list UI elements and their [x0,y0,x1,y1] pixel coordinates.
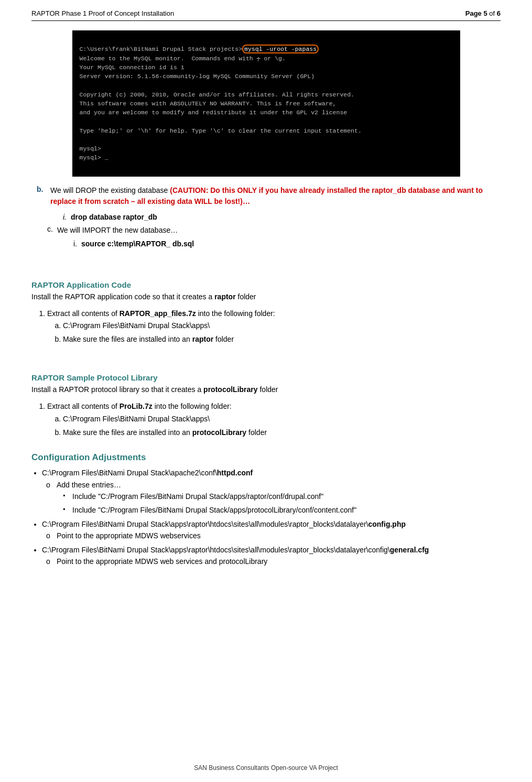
raptor-app-sub-list: C:\Program Files\BitNami Drupal Stack\ap… [63,320,501,346]
list-item-b: b. We will DROP the existing database (C… [37,185,501,207]
prolib-sub-b: Make sure the files are installed into a… [63,427,501,439]
raptor-sample-intro-after: folder [258,385,278,394]
terminal-line13: mysql> _ [80,154,108,161]
header-page: Page 5 of 6 [465,9,501,17]
prolib-sub-a: C:\Program Files\BitNami Drupal Stack\ap… [63,413,501,426]
raptor-app-code-section: RAPTOR Application Code Install the RAPT… [31,280,501,346]
prolib-filename: ProLib.7z [120,402,153,410]
sub-i-c-text: source c:\temp\RAPTOR_ db.sql [81,238,194,249]
extract-text-before: Extract all contents of [47,309,120,318]
list-b-text-before: We will DROP the existing database [50,186,170,194]
config-item-2-sub-a: Point to the appropriate MDWS webservice… [57,530,501,541]
raptor-app-code-intro-bold: raptor [214,292,235,301]
list-item-c: c. We will IMPORT the new database… [47,225,501,236]
prolib-sub-b-bold: protocolLibrary [192,428,246,437]
terminal-line8: and you are welcome to modify and redist… [80,109,348,116]
extract-filename: RAPTOR_app_files.7z [120,309,196,318]
terminal-line7: This software comes with ABSOLUTELY NO W… [80,100,336,107]
sub-list-i-b: i. drop database raptor_db [63,211,501,223]
config-item-3-sub: Point to the appropriate MDWS web servic… [57,556,501,567]
config-item-3-sub-a: Point to the appropriate MDWS web servic… [57,556,501,567]
config-list: C:\Program Files\BitNami Drupal Stack\ap… [42,467,501,567]
terminal-line4: Server version: 5.1.56-community-log MyS… [80,73,315,80]
page-current: 5 [483,9,487,17]
raptor-app-code-intro-after: folder [236,292,256,301]
config-item-3-before: C:\Program Files\BitNami Drupal Stack\ap… [42,546,390,554]
config-item-1-sub: Add these entries… Include "C:/Program F… [57,479,501,516]
sub-i-c-item: i. source c:\temp\RAPTOR_ db.sql [73,238,501,249]
terminal-line3: Your MySQL connection id is 1 [80,64,184,71]
terminal-block: C:\Users\frank\BitNami Drupal Stack proj… [72,30,460,177]
list-c-text: We will IMPORT the new database… [57,225,178,236]
footer-text: SAN Business Consultants Open-source VA … [194,764,338,772]
sub-i-b-item: i. drop database raptor_db [63,211,501,223]
extract-text-after: into the following folder: [196,309,275,318]
raptor-sample-section: RAPTOR Sample Protocol Library Install a… [31,373,501,439]
raptor-sample-list: Extract all contents of ProLib.7z into t… [47,400,501,439]
prolib-text-after: into the following folder: [153,402,232,410]
raptor-sample-title: RAPTOR Sample Protocol Library [31,373,501,382]
raptor-sample-title-text: RAPTOR Sample Protocol Library [31,373,158,382]
list-b-text: We will DROP the existing database (CAUT… [50,185,501,207]
config-item-2-sub: Point to the appropriate MDWS webservice… [57,530,501,541]
page-footer: SAN Business Consultants Open-source VA … [0,764,532,772]
raptor-app-sub-b-bold: raptor [192,335,213,343]
list-c-label: c. [47,225,53,236]
terminal-line6: Copyright (c) 2000, 2010, Oracle and/or … [80,91,355,98]
terminal-line2: Welcome to the MySQL monitor. Commands e… [80,55,286,62]
config-item-1-subsub-1: Include "C:/Program Files/BitNami Drupal… [72,491,501,502]
terminal-line1: C:\Users\frank\BitNami Drupal Stack proj… [80,45,319,53]
raptor-app-code-title: RAPTOR Application Code [31,280,501,289]
raptor-app-code-intro-before: Install the RAPTOR application code so t… [31,292,214,301]
config-item-1-before: C:\Program Files\BitNami Drupal Stack\ap… [42,469,217,477]
raptor-app-sub-b: Make sure the files are installed into a… [63,333,501,346]
config-item-1-sub-a: Add these entries… Include "C:/Program F… [57,479,501,516]
sub-i-b-label: i. [63,211,67,223]
terminal-screenshot-wrapper: C:\Users\frank\BitNami Drupal Stack proj… [72,30,460,177]
page-header: RAPTOR Phase 1 Proof of Concept Installa… [31,9,501,21]
raptor-app-code-list-item-1: Extract all contents of RAPTOR_app_files… [47,308,501,346]
raptor-sample-intro-bold: protocolLibrary [203,385,257,394]
page-total: 6 [497,9,501,17]
page-label: Page [465,9,482,17]
sub-i-c-label: i. [73,238,77,249]
config-item-2: C:\Program Files\BitNami Drupal Stack\ap… [42,518,501,542]
terminal-line12: mysql> [80,145,101,152]
section-b-container: b. We will DROP the existing database (C… [37,185,501,250]
raptor-app-code-title-text: RAPTOR Application Code [31,280,131,289]
header-title: RAPTOR Phase 1 Proof of Concept Installa… [31,9,174,17]
list-b-label: b. [37,185,46,207]
config-item-3-bold: general.cfg [390,546,429,554]
config-item-2-bold: config.php [368,520,406,528]
terminal-line10: Type 'help;' or '\h' for help. Type '\c'… [80,127,362,134]
raptor-app-code-list: Extract all contents of RAPTOR_app_files… [47,308,501,346]
config-item-1-subsub: Include "C:/Program Files/BitNami Drupal… [72,491,501,516]
raptor-sample-intro-before: Install a RAPTOR protocol library so tha… [31,385,203,394]
sub-list-i-c: i. source c:\temp\RAPTOR_ db.sql [73,238,501,249]
sub-i-b-text: drop database raptor_db [71,211,157,223]
config-item-1-subsub-2: Include "C:/Program Files/BitNami Drupal… [72,504,501,516]
config-section: Configuration Adjustments C:\Program Fil… [31,452,501,567]
raptor-sample-list-item-1: Extract all contents of ProLib.7z into t… [47,400,501,439]
prolib-sub-list: C:\Program Files\BitNami Drupal Stack\ap… [63,413,501,439]
raptor-app-code-intro: Install the RAPTOR application code so t… [31,291,501,302]
prolib-text-before: Extract all contents of [47,402,120,410]
raptor-sample-intro: Install a RAPTOR protocol library so tha… [31,384,501,395]
config-item-3: C:\Program Files\BitNami Drupal Stack\ap… [42,544,501,568]
config-item-2-before: C:\Program Files\BitNami Drupal Stack\ap… [42,520,368,528]
config-title: Configuration Adjustments [31,452,501,463]
config-item-1: C:\Program Files\BitNami Drupal Stack\ap… [42,467,501,516]
config-item-1-bold: httpd.conf [217,469,253,477]
raptor-app-sub-a: C:\Program Files\BitNami Drupal Stack\ap… [63,320,501,332]
